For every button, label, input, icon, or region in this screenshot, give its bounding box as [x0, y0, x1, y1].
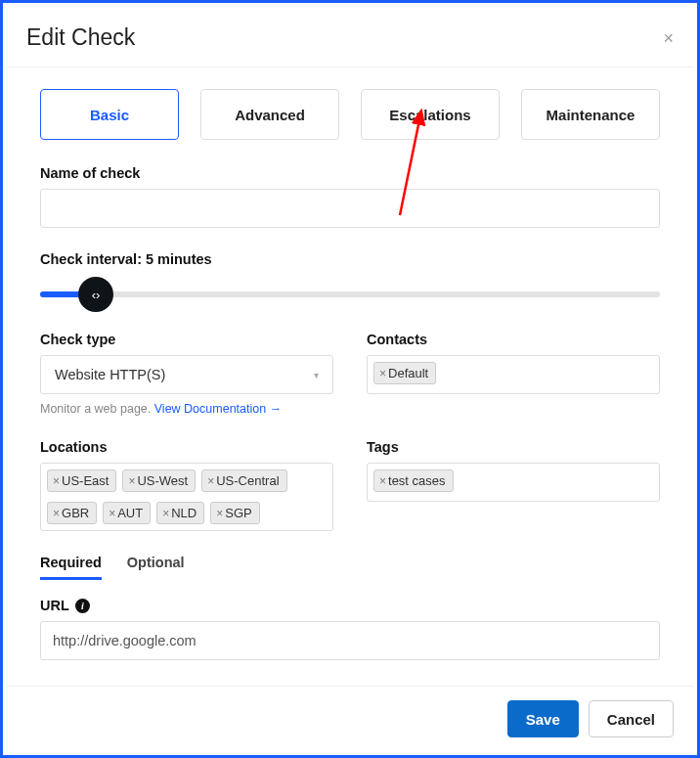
location-chip[interactable]: ×GBR	[47, 502, 97, 524]
tab-label: Basic	[90, 107, 129, 123]
remove-chip-icon[interactable]: ×	[53, 507, 60, 520]
url-label-row: URL i	[40, 598, 660, 613]
check-interval-section: Check interval: 5 minutes ‹›	[40, 251, 660, 308]
check-type-label: Check type	[40, 332, 333, 347]
tab-label: Maintenance	[547, 107, 635, 123]
chip-label: US-East	[62, 473, 109, 488]
location-chip[interactable]: ×SGP	[210, 502, 259, 524]
tags-chip-input[interactable]: ×test cases	[367, 463, 660, 502]
field-subtabs: Required Optional	[40, 555, 660, 580]
url-section: URL i	[40, 598, 660, 660]
chip-label: SGP	[225, 506, 251, 520]
subtab-required[interactable]: Required	[40, 555, 102, 580]
chevron-down-icon: ▾	[314, 370, 319, 380]
chip-label: AUT	[117, 506, 143, 520]
chip-label: US-West	[137, 473, 188, 488]
check-type-select[interactable]: Website HTTP(S) ▾	[40, 355, 333, 394]
locations-tags-row: Locations ×US-East×US-West×US-Central×GB…	[40, 439, 660, 531]
cancel-button[interactable]: Cancel	[589, 700, 674, 737]
tab-advanced[interactable]: Advanced	[200, 89, 339, 140]
modal-inner: Edit Check × Basic Advanced Escalations …	[7, 7, 693, 751]
tab-maintenance[interactable]: Maintenance	[521, 89, 660, 140]
locations-col: Locations ×US-East×US-West×US-Central×GB…	[40, 439, 333, 531]
remove-chip-icon[interactable]: ×	[379, 474, 386, 488]
url-label: URL	[40, 598, 69, 613]
chip-label: test cases	[388, 473, 446, 488]
chip-label: US-Central	[216, 473, 279, 488]
modal-title: Edit Check	[26, 24, 135, 51]
remove-chip-icon[interactable]: ×	[216, 507, 223, 520]
tab-label: Escalations	[389, 107, 470, 123]
tags-col: Tags ×test cases	[367, 439, 660, 531]
chip-label: NLD	[171, 506, 197, 520]
subtab-optional[interactable]: Optional	[127, 555, 185, 580]
view-documentation-link[interactable]: View Documentation →	[154, 402, 282, 416]
remove-chip-icon[interactable]: ×	[207, 474, 214, 488]
modal-footer: Save Cancel	[7, 686, 693, 751]
save-button[interactable]: Save	[507, 700, 579, 737]
remove-chip-icon[interactable]: ×	[109, 507, 115, 520]
main-tabs: Basic Advanced Escalations Maintenance	[40, 89, 660, 140]
chip-label: GBR	[62, 506, 89, 520]
name-of-check-input[interactable]	[40, 189, 660, 228]
contact-chip[interactable]: ×Default	[373, 362, 436, 384]
info-icon[interactable]: i	[75, 599, 90, 613]
slider-handle[interactable]: ‹›	[78, 277, 113, 312]
location-chip[interactable]: ×US-East	[47, 469, 116, 492]
location-chip[interactable]: ×AUT	[103, 502, 151, 524]
check-type-col: Check type Website HTTP(S) ▾ Monitor a w…	[40, 332, 333, 416]
tab-basic[interactable]: Basic	[40, 89, 179, 140]
slider-handle-icon: ‹›	[92, 288, 101, 302]
type-contacts-row: Check type Website HTTP(S) ▾ Monitor a w…	[40, 332, 660, 416]
check-type-selected: Website HTTP(S)	[55, 367, 165, 382]
url-input[interactable]	[40, 621, 660, 660]
tab-escalations[interactable]: Escalations	[361, 89, 500, 140]
modal-body: Basic Advanced Escalations Maintenance N…	[7, 67, 693, 686]
locations-chip-input[interactable]: ×US-East×US-West×US-Central×GBR×AUT×NLD×…	[40, 463, 333, 531]
check-interval-label: Check interval: 5 minutes	[40, 251, 660, 267]
chip-label: Default	[388, 366, 428, 380]
slider-track	[40, 291, 660, 297]
location-chip[interactable]: ×US-Central	[201, 469, 286, 492]
name-of-check-section: Name of check	[40, 165, 660, 228]
tag-chip[interactable]: ×test cases	[373, 469, 454, 492]
name-of-check-label: Name of check	[40, 165, 660, 181]
remove-chip-icon[interactable]: ×	[379, 367, 386, 380]
check-interval-slider[interactable]: ‹›	[40, 281, 660, 308]
modal-frame: Edit Check × Basic Advanced Escalations …	[0, 0, 700, 758]
remove-chip-icon[interactable]: ×	[53, 474, 60, 488]
close-icon[interactable]: ×	[663, 29, 674, 47]
locations-label: Locations	[40, 439, 333, 455]
modal-header: Edit Check ×	[7, 7, 693, 67]
tags-label: Tags	[367, 439, 660, 455]
contacts-label: Contacts	[367, 332, 660, 347]
remove-chip-icon[interactable]: ×	[128, 474, 135, 488]
location-chip[interactable]: ×US-West	[122, 469, 196, 492]
location-chip[interactable]: ×NLD	[156, 502, 204, 524]
contacts-chip-input[interactable]: ×Default	[367, 355, 660, 394]
tab-label: Advanced	[235, 107, 305, 123]
remove-chip-icon[interactable]: ×	[162, 507, 169, 520]
check-type-hint: Monitor a web page. View Documentation →	[40, 402, 333, 416]
contacts-col: Contacts ×Default	[367, 332, 660, 416]
